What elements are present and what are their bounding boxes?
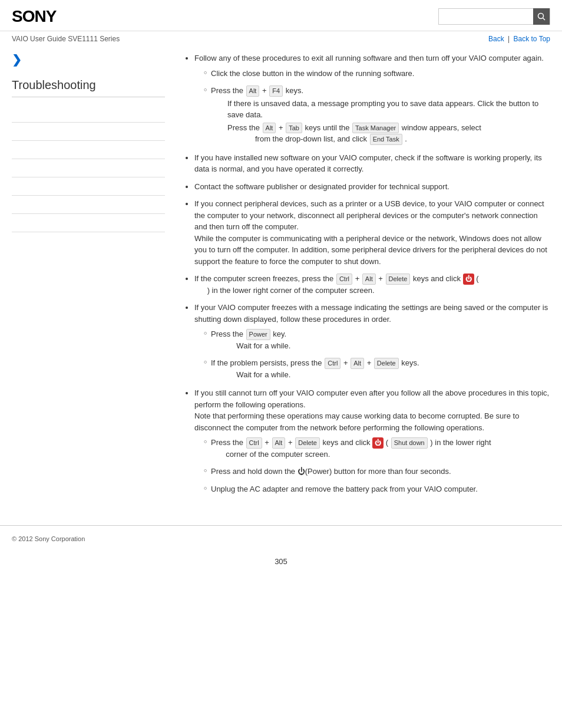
subheader: VAIO User Guide SVE1111 Series Back | Ba… <box>0 31 562 47</box>
sub-list-1: Click the close button in the window of … <box>194 68 550 145</box>
sidebar-nav-item[interactable] <box>12 123 165 141</box>
footer: © 2012 Sony Corporation <box>0 525 562 551</box>
sub7-1-paren2: ) in the lower right <box>430 438 491 447</box>
sidebar-nav-item[interactable] <box>12 196 165 214</box>
sub1-2-detail2: Press the Alt + Tab keys until the Task … <box>211 122 550 145</box>
key-alt2: Alt <box>263 123 276 134</box>
list-item: If you have installed new software on yo… <box>194 152 550 175</box>
sub7-1-prefix: Press the <box>211 438 243 447</box>
svg-line-1 <box>543 18 546 21</box>
back-to-top-link[interactable]: Back to Top <box>514 35 550 43</box>
list-item: If your VAIO computer freezes with a mes… <box>194 302 550 380</box>
key-del: Delete <box>386 274 411 285</box>
sidebar-nav-item[interactable] <box>12 141 165 159</box>
sub7-1-plus2: + <box>288 438 293 447</box>
key-tab: Tab <box>286 123 302 134</box>
search-input[interactable] <box>439 11 533 22</box>
bullet3-text: Contact the software publisher or design… <box>194 182 449 191</box>
sub-list-item: Press the Ctrl + Alt + Delete keys and c… <box>204 437 550 460</box>
sub7-2-text: Press and hold down the ⏻(Power) button … <box>211 467 451 476</box>
sub6-2-wait: Wait for a while. <box>236 370 290 379</box>
bullet1-text: Follow any of these procedures to exit a… <box>194 54 544 62</box>
sub1-2-detail2-suffix: from the drop-down list, and click <box>255 134 367 143</box>
list-item: If the computer screen freezes, press th… <box>194 273 550 296</box>
back-link[interactable]: Back <box>488 35 504 43</box>
key-power-btn: Power <box>246 329 270 340</box>
main-list: Follow any of these procedures to exit a… <box>183 52 550 495</box>
sub7-1-keys: keys and click <box>323 438 371 447</box>
sub6-1-prefix: Press the <box>211 330 243 338</box>
sidebar-nav-item[interactable] <box>12 214 165 232</box>
key-ctrl3: Ctrl <box>246 437 262 449</box>
sub6-2-prefix: If the problem persists, press the <box>211 358 322 367</box>
key-end-task: End Task <box>370 134 402 145</box>
nav-links: Back | Back to Top <box>488 35 550 43</box>
bullet5-plus2: + <box>378 274 383 283</box>
sub1-2-prefix: Press the <box>211 86 243 95</box>
sub-list-item: Press the Power key. Wait for a while. <box>204 328 550 351</box>
list-item: Follow any of these procedures to exit a… <box>194 52 550 145</box>
sub1-2-detail2-plus: + <box>279 123 283 132</box>
sub-list-item: Press the Alt + F4 keys. If there is uns… <box>204 85 550 145</box>
bullet5-prefix: If the computer screen freezes, press th… <box>194 274 333 283</box>
sub-list-7: Press the Ctrl + Alt + Delete keys and c… <box>194 437 550 495</box>
sub7-1-corner: corner of the computer screen. <box>226 450 330 459</box>
list-item: Contact the software publisher or design… <box>194 181 550 193</box>
key-alt4: Alt <box>351 358 364 369</box>
sub7-1-plus1: + <box>265 438 269 447</box>
bullet6-text: If your VAIO computer freezes with a mes… <box>194 303 548 324</box>
bullet5-paren2: ) in the lower right corner of the compu… <box>207 286 375 295</box>
list-item: If you connect peripheral devices, such … <box>194 198 550 267</box>
key-f4: F4 <box>269 85 283 97</box>
page-number: 305 <box>0 551 562 572</box>
bullet5-paren: ( <box>476 274 478 283</box>
bullet7-text: If you still cannot turn off your VAIO c… <box>194 388 549 432</box>
sub6-2-keys: keys. <box>401 358 419 367</box>
bullet4-text: If you connect peripheral devices, such … <box>194 199 547 266</box>
sidebar-title: Troubleshooting <box>12 78 165 97</box>
key-ctrl: Ctrl <box>336 274 352 285</box>
sub1-2-detail: If there is unsaved data, a message prom… <box>211 98 550 121</box>
sub-list-item: Click the close button in the window of … <box>204 68 550 80</box>
main-content: Follow any of these procedures to exit a… <box>177 52 550 502</box>
sub1-2-detail2-end: . <box>405 134 407 143</box>
search-container <box>438 8 550 25</box>
key-del3: Delete <box>295 437 320 449</box>
sub6-1-key: key. <box>273 330 286 338</box>
sub1-2-plus1: + <box>262 86 267 95</box>
copyright-text: © 2012 Sony Corporation <box>12 535 85 542</box>
sub-list-item: Press and hold down the ⏻(Power) button … <box>204 466 550 477</box>
bullet5-keys: keys and click <box>413 274 461 283</box>
key-taskmanager: Task Manager <box>352 123 399 134</box>
sidebar-nav-item[interactable] <box>12 104 165 123</box>
search-icon <box>537 12 546 21</box>
sidebar-nav <box>12 104 165 232</box>
guide-title: VAIO User Guide SVE1111 Series <box>12 35 120 43</box>
sub6-1-wait: Wait for a while. <box>236 341 290 350</box>
breadcrumb-arrow[interactable]: ❯ <box>12 52 165 67</box>
content-area: ❯ Troubleshooting Follow any of these pr… <box>0 47 562 513</box>
search-button[interactable] <box>533 8 550 25</box>
sidebar-nav-item[interactable] <box>12 159 165 177</box>
sub6-2-plus1: + <box>343 358 348 367</box>
sidebar: ❯ Troubleshooting <box>12 52 177 502</box>
page-header: SONY <box>0 0 562 31</box>
sony-logo: SONY <box>12 7 56 26</box>
power-icon-inline2: ⏻ <box>372 437 384 449</box>
list-item: If you still cannot turn off your VAIO c… <box>194 387 550 495</box>
sub1-2-detail2-keys: keys until the <box>305 123 350 132</box>
sidebar-nav-item[interactable] <box>12 177 165 196</box>
sub-list-item: Unplug the AC adapter and remove the bat… <box>204 483 550 495</box>
key-shut-down: Shut down <box>391 437 428 449</box>
key-alt: Alt <box>246 85 260 97</box>
key-del2: Delete <box>374 358 399 369</box>
key-ctrl2: Ctrl <box>325 358 340 369</box>
key-alt5: Alt <box>272 437 286 449</box>
sub1-2-detail2-window: window appears, select <box>402 123 481 132</box>
sub1-2-detail2-prefix: Press the <box>227 123 260 132</box>
sub1-1-text: Click the close button in the window of … <box>211 69 414 78</box>
sub7-1-paren: ( <box>386 438 388 447</box>
sub1-2-keys: keys. <box>286 86 303 95</box>
svg-point-0 <box>538 14 544 19</box>
sub-list-6: Press the Power key. Wait for a while. I… <box>194 328 550 380</box>
